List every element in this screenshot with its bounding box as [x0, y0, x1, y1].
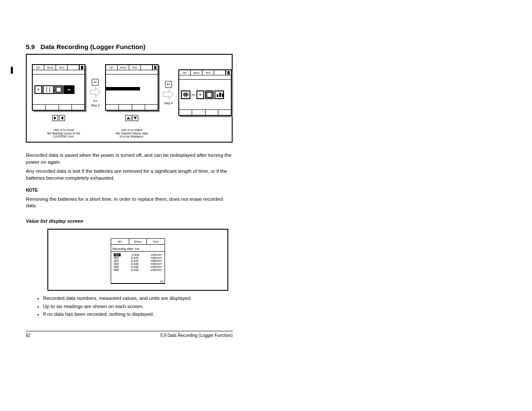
list-item: If no data has been recorded, nothing is…: [43, 311, 233, 318]
tab: SET: [33, 65, 44, 70]
enter-key-icon: ↵: [165, 81, 172, 88]
list-icon: [43, 85, 54, 94]
list-item: Recorded data numbers, measured values, …: [43, 295, 233, 302]
up-button-icon: [125, 115, 131, 121]
plus-icon: +: [34, 85, 42, 94]
section-marker: [11, 67, 13, 74]
value-list-diagram: SET MANU RNG Recording data: 1ch 0010.44…: [47, 229, 228, 291]
down-button-icon: [132, 115, 138, 121]
value-list-icon: [181, 90, 190, 99]
plus-icon: +: [196, 90, 204, 99]
enter-key-icon: ↵: [92, 79, 99, 86]
save-icon: [54, 85, 63, 94]
tab: RNG: [202, 70, 214, 75]
section-title: Data Recording (Logger Function): [40, 43, 145, 50]
tab: MANU: [129, 239, 147, 244]
flow-arrow-2: ↵ Step 4: [163, 81, 174, 105]
page-number: 62: [26, 333, 31, 338]
tab: RNG: [147, 239, 165, 244]
screen1-hint: Use or to move the flashing cursor to th…: [37, 128, 90, 138]
tab: [68, 65, 79, 70]
lcd-screen-3: SET MANU RNG 3ch +: [178, 69, 232, 116]
list-item: Up to six readings are shown on each scr…: [43, 303, 233, 310]
navigation-diagram: SET MANU RNG + ›››: [26, 54, 233, 143]
battery-icon: [226, 70, 231, 75]
page-footer: 62 5.9 Data Recording (Logger Function): [26, 333, 233, 338]
tab: SET: [111, 239, 129, 244]
body-text-block: Recorded data is saved when the power is…: [26, 152, 233, 224]
arrow-label: 3ch: [93, 100, 97, 102]
paragraph: Recorded data is saved when the power is…: [26, 152, 233, 165]
paragraph: Removing the batteries for a short time,…: [26, 196, 233, 209]
lcd-screen-2: SET MANU RNG: [105, 64, 159, 121]
left-button-icon: [59, 115, 65, 121]
note-label: NOTE: [26, 187, 233, 193]
tab: RNG: [56, 65, 68, 70]
tab: MANU: [44, 65, 56, 70]
lcd-screen-1: SET MANU RNG + ›››: [32, 64, 85, 121]
footer-rule: [26, 331, 233, 331]
flow-arrow-1: ↵ 3ch Step 2: [90, 79, 101, 107]
left-right-buttons: [32, 115, 85, 121]
ch-label: 3ch: [191, 90, 196, 99]
step-label: Step 4: [164, 102, 173, 105]
measurement-list: 0010.446mW/cm² 0020.445mW/cm² 0030.445mW…: [111, 252, 165, 279]
tab: MANU: [191, 70, 202, 75]
svg-marker-1: [163, 90, 174, 99]
section-number: 5.9: [26, 43, 35, 50]
battery-icon: [152, 65, 158, 70]
tab: MANU: [118, 65, 129, 70]
logging-icon: ›››: [63, 85, 75, 94]
tab: SET: [106, 65, 118, 70]
tab: RNG: [129, 65, 141, 70]
up-down-buttons: [105, 115, 159, 121]
section-heading: 5.9 Data Recording (Logger Function): [26, 43, 506, 50]
screen2-hint: Use or to select the channel whose data …: [105, 128, 159, 138]
footer-title: 5.9 Data Recording (Logger Function): [160, 333, 233, 338]
value-list-lcd: SET MANU RNG Recording data: 1ch 0010.44…: [111, 238, 165, 284]
save-icon: [205, 90, 214, 99]
svg-marker-0: [90, 88, 100, 97]
arrow-right-icon: [90, 87, 101, 98]
tab: SET: [179, 70, 191, 75]
step-label: Step 2: [91, 104, 100, 107]
tab: [214, 70, 226, 75]
pager: 1/9: [111, 279, 165, 283]
battery-icon: [79, 65, 84, 70]
bullet-list: Recorded data numbers, measured values, …: [26, 295, 233, 318]
subheading: Value list display screen: [26, 218, 233, 225]
highlighted-row: [106, 87, 140, 90]
paragraph: Any recorded data is lost if the batteri…: [26, 168, 233, 181]
lcd-title: Recording data: 1ch: [111, 245, 165, 252]
arrow-right-icon: [163, 89, 174, 100]
graph-icon: [215, 90, 224, 99]
right-button-icon: [52, 115, 58, 121]
tab: [141, 65, 152, 70]
